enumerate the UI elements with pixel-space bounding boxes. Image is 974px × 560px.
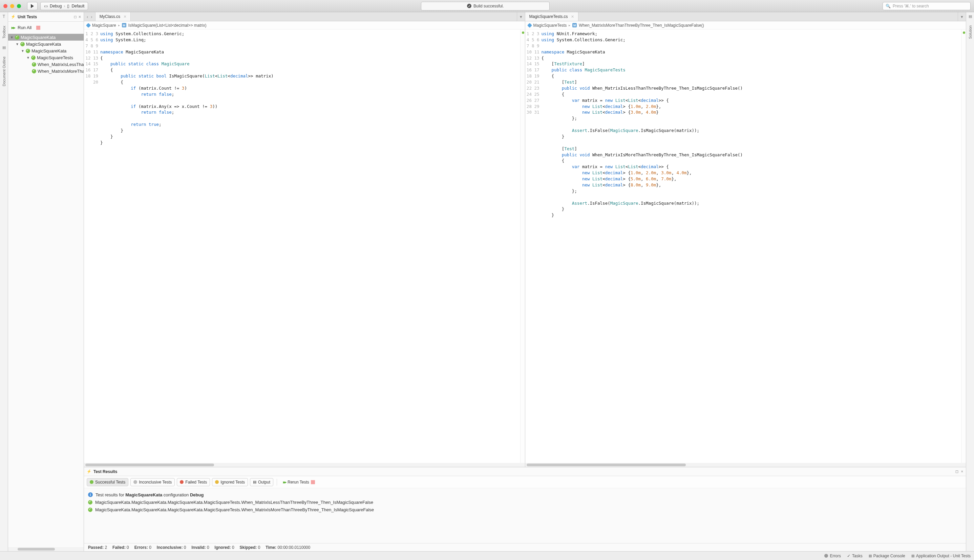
filter-inconclusive[interactable]: Inconclusive Tests: [130, 478, 175, 486]
solution-tab[interactable]: Solution: [968, 25, 972, 39]
filter-label: Output: [258, 480, 270, 485]
global-search[interactable]: 🔍 Press '⌘.' to search: [882, 2, 971, 10]
tree-node[interactable]: ▼MagicSquareKata: [8, 41, 84, 47]
solution-icon[interactable]: ▤: [969, 14, 972, 18]
footer-errors[interactable]: Errors: [824, 553, 841, 558]
editor-hscroll[interactable]: [84, 463, 525, 467]
status-label: Inconclusive:: [157, 545, 183, 550]
filter-successful[interactable]: Successful Tests: [87, 478, 129, 486]
filter-failed[interactable]: Failed Tests: [177, 478, 210, 486]
nav-arrows[interactable]: ‹›: [84, 12, 95, 21]
run-all-row[interactable]: ▸▸ Run All: [8, 22, 84, 34]
tab-bar-right: MagicSquareTests.cs× ▾: [525, 12, 966, 21]
marker-column: [961, 30, 966, 463]
code-area-right[interactable]: 1 2 3 4 5 6 7 8 9 10 11 12 13 14 15 16 1…: [525, 30, 966, 463]
tree-root[interactable]: ▼MagicSquareKata: [8, 34, 84, 41]
status-label: Time:: [266, 545, 276, 550]
file-tab[interactable]: MagicSquareTests.cs×: [525, 12, 578, 21]
code-area-left[interactable]: 1 2 3 4 5 6 7 8 9 10 11 12 13 14 15 16 1…: [84, 30, 525, 463]
editor-left: ‹› MyClass.cs× ▾ MagicSquare ▸ M IsMagic…: [84, 12, 525, 467]
panel-dock-icon[interactable]: ◻: [74, 15, 77, 18]
doc-outline-tab[interactable]: Document Outline: [2, 57, 6, 86]
status-value: 0: [258, 545, 261, 550]
filter-label: Inconclusive Tests: [139, 480, 172, 485]
footer-package-console[interactable]: ▤Package Console: [869, 553, 905, 558]
breadcrumb-right[interactable]: MagicSquareTests ▸ M When_MatrixIsMoreTh…: [525, 21, 966, 30]
editor-right: MagicSquareTests.cs× ▾ MagicSquareTests …: [525, 12, 966, 467]
stop-icon[interactable]: [311, 480, 315, 484]
back-icon[interactable]: ‹: [87, 14, 88, 19]
footer-app-output[interactable]: ▤Application Output - Unit Tests: [911, 553, 971, 558]
toolbox-tab[interactable]: Toolbox: [2, 26, 6, 38]
tree-test[interactable]: When_MatrixIsLessThanThreeByThree_Then_I…: [8, 61, 84, 68]
rerun-tests-button[interactable]: ▸▸Rerun Tests: [281, 478, 317, 486]
panel-dock-icon[interactable]: ◻: [956, 469, 959, 474]
errors-icon: [824, 554, 828, 558]
code-content[interactable]: using System.Collections.Generic; using …: [100, 30, 520, 463]
run-icon: ▸▸: [283, 480, 286, 485]
test-results-title: Test Results: [94, 469, 117, 474]
filter-label: Failed Tests: [185, 480, 207, 485]
filter-output[interactable]: ▤Output: [250, 478, 273, 486]
titlebar: ▭ Debug › ▯ Default ✓ Build successful. …: [0, 0, 974, 12]
breadcrumb-ns: MagicSquare: [92, 23, 116, 28]
filter-ignored[interactable]: Ignored Tests: [212, 478, 248, 486]
tree-node[interactable]: ▼MagicSquareTests: [8, 54, 84, 61]
status-label: Errors:: [134, 545, 148, 550]
gutter: 1 2 3 4 5 6 7 8 9 10 11 12 13 14 15 16 1…: [84, 30, 100, 463]
stop-icon[interactable]: [36, 26, 40, 30]
editor-hscroll[interactable]: [525, 463, 966, 467]
failed-icon: [180, 480, 184, 484]
tree-label: When_MatrixIsMoreThanThreeByThree_Then_I…: [38, 69, 84, 74]
footer-tasks[interactable]: ✓Tasks: [847, 553, 862, 558]
footer-label: Errors: [830, 553, 841, 558]
pass-icon: [32, 62, 36, 67]
doc-outline-icon[interactable]: ▤: [2, 45, 6, 50]
result-row[interactable]: MagicSquareKata.MagicSquareKata.MagicSqu…: [88, 506, 962, 513]
tree-node[interactable]: ▼MagicSquareKata: [8, 47, 84, 54]
check-icon: ✓: [467, 4, 471, 8]
pass-icon: [31, 55, 35, 60]
tree-label: MagicSquareKata: [21, 35, 55, 40]
code-content[interactable]: using NUnit.Framework; using System.Coll…: [541, 30, 961, 463]
result-row[interactable]: MagicSquareKata.MagicSquareKata.MagicSqu…: [88, 498, 962, 506]
result-text: MagicSquareKata.MagicSquareKata.MagicSqu…: [95, 500, 373, 505]
panel-close-icon[interactable]: ×: [79, 15, 81, 19]
bolt-icon: ⚡: [87, 469, 92, 474]
status-value: 0: [207, 545, 209, 550]
forward-icon[interactable]: ›: [91, 14, 92, 19]
toolbox-icon[interactable]: T: [3, 14, 5, 19]
breadcrumb-member: When_MatrixIsMoreThanThreeByThree_Then_I…: [579, 23, 704, 28]
success-icon: [90, 480, 94, 484]
close-tab-icon[interactable]: ×: [124, 14, 126, 19]
rerun-label: Rerun Tests: [287, 480, 309, 485]
status-value: 0: [149, 545, 151, 550]
breadcrumb-left[interactable]: MagicSquare ▸ M IsMagicSquare(List<List<…: [84, 21, 525, 30]
namespace-icon: [86, 23, 91, 27]
tab-dropdown[interactable]: ▾: [958, 12, 966, 21]
tree-test[interactable]: When_MatrixIsMoreThanThreeByThree_Then_I…: [8, 68, 84, 75]
unit-tests-panel: ⚡ Unit Tests ◻ × ▸▸ Run All ▼MagicSquare…: [8, 12, 84, 551]
tab-dropdown[interactable]: ▾: [517, 12, 525, 21]
status-value: 0: [184, 545, 186, 550]
method-icon: M: [572, 23, 577, 27]
pass-icon: [20, 42, 25, 47]
left-rail: T Toolbox ▤ Document Outline: [0, 12, 8, 551]
file-tab[interactable]: MyClass.cs×: [95, 12, 131, 21]
tree-hscroll[interactable]: [8, 547, 84, 551]
test-results-panel: ⚡ Test Results ◻× Successful Tests Incon…: [84, 467, 966, 551]
unit-tests-header: ⚡ Unit Tests ◻ ×: [8, 12, 84, 22]
run-button[interactable]: [27, 2, 38, 10]
close-tab-icon[interactable]: ×: [571, 14, 574, 19]
zoom-window-button[interactable]: [17, 4, 21, 8]
footer-label: Tasks: [852, 553, 862, 558]
config-selector[interactable]: ▭ Debug › ▯ Default: [40, 2, 88, 10]
result-text: MagicSquareKata.MagicSquareKata.MagicSqu…: [95, 507, 374, 512]
info-icon: i: [88, 492, 93, 497]
panel-close-icon[interactable]: ×: [961, 469, 963, 474]
test-tree[interactable]: ▼MagicSquareKata ▼MagicSquareKata ▼Magic…: [8, 34, 84, 547]
tree-label: When_MatrixIsLessThanThreeByThree_Then_I…: [38, 62, 84, 67]
close-window-button[interactable]: [3, 4, 7, 8]
minimize-window-button[interactable]: [10, 4, 14, 8]
results-summary: i Test results for MagicSquareKata confi…: [88, 491, 962, 498]
